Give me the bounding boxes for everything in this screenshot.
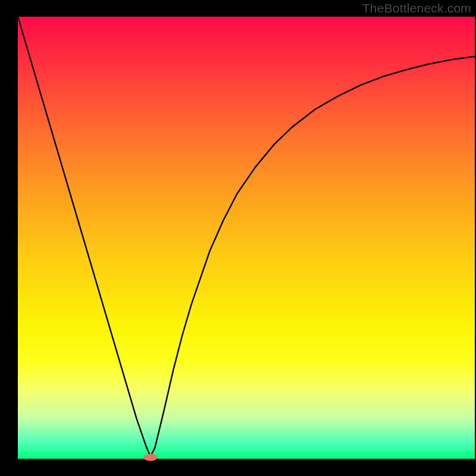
chart-frame: TheBottleneck.com [0, 0, 476, 476]
watermark-text: TheBottleneck.com [362, 1, 471, 15]
optimal-point-marker [143, 454, 158, 461]
bottleneck-chart [0, 0, 476, 476]
plot-background [18, 17, 475, 459]
